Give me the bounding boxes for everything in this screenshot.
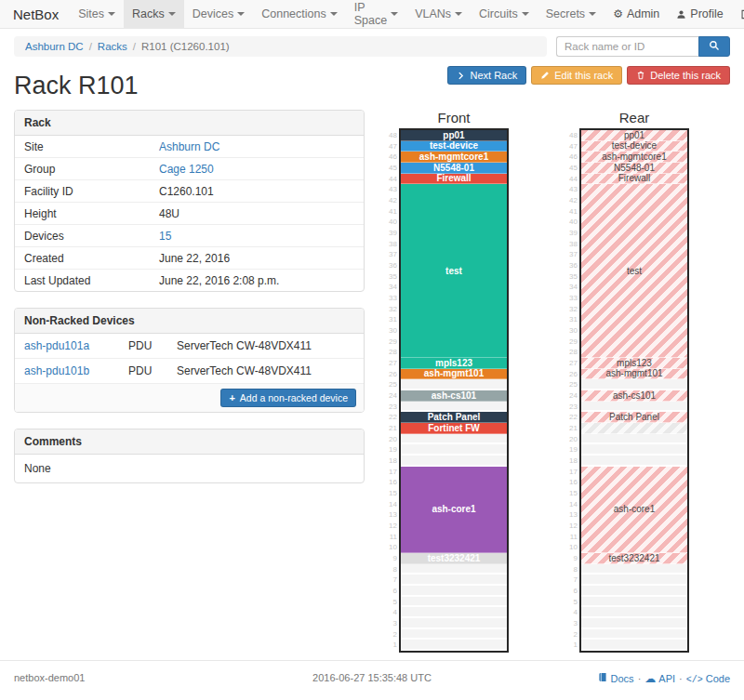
empty-unit — [581, 402, 687, 413]
unit-number: 11 — [383, 532, 397, 543]
rear-device-pp01[interactable]: pp01 — [581, 130, 687, 141]
rear-device-fortinet-fw[interactable] — [581, 423, 687, 434]
rear-device-firewall[interactable]: Firewall — [581, 174, 687, 185]
delete-rack-button[interactable]: Delete this rack — [627, 66, 730, 85]
front-device-ash-mgmtcore1[interactable]: ash-mgmtcore1 — [401, 152, 507, 163]
unit-number: 12 — [564, 521, 578, 532]
empty-unit — [581, 444, 687, 456]
rack-search — [556, 36, 730, 57]
rack-attributes: SiteAshburn DCGroupCage 1250Facility IDC… — [15, 136, 364, 291]
breadcrumb-item-ashburn-dc[interactable]: Ashburn DC — [25, 41, 84, 52]
app-brand[interactable]: NetBox — [13, 0, 70, 28]
nav-item-sites[interactable]: Sites — [70, 0, 124, 28]
rack-panel-title: Rack — [15, 111, 364, 136]
device-link-ash-pdu101b[interactable]: ash-pdu101b — [24, 364, 128, 377]
unit-number: 36 — [564, 260, 578, 271]
unit-number: 1 — [383, 641, 397, 652]
caret-down-icon — [522, 12, 529, 16]
front-device-ash-mgmt101[interactable]: ash-mgmt101 — [401, 369, 507, 380]
nav-item-admin[interactable]: ⚙Admin — [604, 0, 668, 28]
front-device-n5548-01[interactable]: N5548-01 — [401, 163, 507, 174]
nav-item-vlans[interactable]: VLANs — [406, 0, 471, 28]
caret-down-icon — [237, 12, 245, 16]
breadcrumb-item-racks[interactable]: Racks — [98, 41, 127, 52]
nav-item-label: Profile — [690, 7, 723, 20]
delete-rack-label: Delete this rack — [650, 70, 721, 81]
rear-elevation: Rear 48474645444342414039383736353433323… — [564, 110, 689, 653]
front-unit-numbers: 4847464544434241403938373635343332313029… — [383, 128, 397, 653]
front-device-test-device[interactable]: test-device — [401, 141, 507, 152]
rear-device-ash-mgmtcore1[interactable]: ash-mgmtcore1 — [581, 152, 687, 163]
unit-number: 13 — [564, 510, 578, 522]
unit-number: 45 — [564, 163, 578, 174]
unit-number: 45 — [383, 163, 397, 174]
footer-link-docs[interactable]: Docs — [598, 673, 634, 684]
unit-number: 6 — [383, 586, 397, 597]
empty-unit — [401, 379, 507, 390]
front-device-mpls123[interactable]: mpls123 — [401, 358, 507, 369]
rear-device-n5548-01[interactable]: N5548-01 — [581, 163, 687, 174]
nav-item-secrets[interactable]: Secrets — [538, 0, 604, 28]
front-device-ash-core1[interactable]: ash-core1 — [401, 467, 507, 553]
nav-item-ip-space[interactable]: IP Space — [346, 0, 406, 28]
comments-body: None — [15, 455, 364, 482]
unit-number: 3 — [564, 618, 578, 629]
unit-number: 29 — [383, 337, 397, 348]
comments-panel: Comments None — [14, 429, 365, 483]
attr-value-devices[interactable]: 15 — [159, 230, 354, 243]
front-device-firewall[interactable]: Firewall — [401, 174, 507, 185]
next-rack-label: Next Rack — [470, 70, 517, 81]
front-device-patch-panel[interactable]: Patch Panel — [401, 412, 507, 423]
nav-item-log-out[interactable]: Log out — [732, 0, 744, 28]
front-device-test3232421[interactable]: test3232421 — [401, 553, 507, 564]
footer: netbox-demo01 2016-06-27 15:35:48 UTC Do… — [0, 660, 744, 700]
breadcrumb-item-r101-c1260-101-: R101 (C1260.101) — [141, 41, 230, 52]
rear-device-test[interactable]: test — [581, 184, 687, 358]
non-racked-panel: Non-Racked Devices ash-pdu101aPDUServerT… — [14, 308, 365, 413]
front-device-pp01[interactable]: pp01 — [401, 130, 507, 141]
breadcrumb-separator: / — [89, 41, 92, 52]
unit-number: 18 — [564, 456, 578, 467]
unit-number: 26 — [564, 369, 578, 380]
unit-number: 11 — [564, 532, 578, 543]
attr-value-site[interactable]: Ashburn DC — [159, 140, 354, 153]
rear-device-mpls123[interactable]: mpls123 — [581, 358, 687, 369]
rack-search-input[interactable] — [556, 36, 698, 57]
unit-number: 16 — [564, 478, 578, 489]
rear-device-ash-mgmt101[interactable]: ash-mgmt101 — [581, 369, 687, 380]
empty-unit — [401, 640, 507, 651]
front-device-test[interactable]: test — [401, 184, 507, 358]
search-icon — [709, 38, 720, 55]
unit-number: 41 — [564, 206, 578, 218]
unit-number: 15 — [383, 488, 397, 499]
nav-item-connections[interactable]: Connections — [253, 0, 346, 28]
empty-unit — [401, 575, 507, 586]
device-link-ash-pdu101a[interactable]: ash-pdu101a — [24, 339, 128, 352]
nav-item-devices[interactable]: Devices — [184, 0, 253, 28]
empty-unit — [581, 618, 687, 629]
unit-number: 7 — [383, 575, 397, 587]
footer-link-code[interactable]: </>Code — [686, 673, 730, 684]
front-device-fortinet-fw[interactable]: Fortinet FW — [401, 423, 507, 434]
edit-rack-button[interactable]: Edit this rack — [531, 66, 622, 85]
attr-value-group[interactable]: Cage 1250 — [159, 163, 354, 176]
nav-item-circuits[interactable]: Circuits — [471, 0, 538, 28]
empty-unit — [401, 564, 507, 575]
unit-number: 36 — [383, 260, 397, 271]
next-rack-button[interactable]: Next Rack — [447, 66, 526, 85]
rear-device-patch-panel[interactable]: Patch Panel — [581, 412, 687, 423]
rear-device-ash-core1[interactable]: ash-core1 — [581, 467, 687, 553]
nav-item-racks[interactable]: Racks — [124, 0, 184, 28]
search-button[interactable] — [698, 36, 730, 57]
nav-item-label: Circuits — [479, 7, 518, 20]
footer-link-api[interactable]: ☁API — [644, 673, 675, 684]
rear-device-test3232421[interactable]: test3232421 — [581, 553, 687, 564]
rear-unit-numbers: 4847464544434241403938373635343332313029… — [564, 128, 578, 653]
front-device-ash-cs101[interactable]: ash-cs101 — [401, 390, 507, 402]
unit-number: 22 — [383, 412, 397, 423]
non-racked-rows: ash-pdu101aPDUServerTech CW-48VDX411ash-… — [15, 334, 364, 383]
rear-device-ash-cs101[interactable]: ash-cs101 — [581, 390, 687, 402]
nav-item-profile[interactable]: Profile — [668, 0, 731, 28]
rear-device-test-device[interactable]: test-device — [581, 141, 687, 152]
add-non-racked-device-button[interactable]: + Add a non-racked device — [220, 389, 356, 407]
